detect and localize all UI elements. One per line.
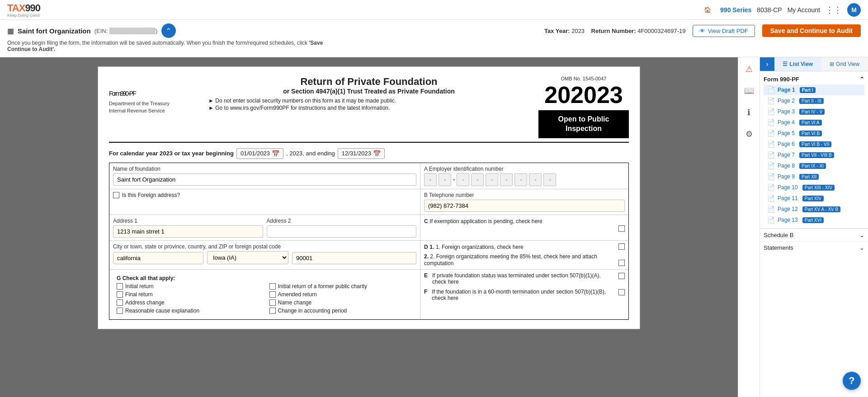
header-description: Once you begin filing the form, the info… [7,40,324,52]
sidebar-page-3[interactable]: 📄 Page 3 Part IV - V [764,106,864,117]
calendar-end-icon[interactable]: 📅 [373,150,381,157]
initial-former-checkbox[interactable] [269,283,276,290]
foreign-addr-checkbox[interactable] [113,192,119,198]
address-change-checkbox[interactable] [117,299,123,306]
doc-icon: 📄 [767,195,775,202]
doc-icon: 📄 [767,216,775,224]
sidebar-page-11[interactable]: 📄 Page 11 Part XIV [764,193,864,204]
apps-icon[interactable]: ⋮⋮ [826,5,842,15]
d2-checkbox[interactable] [618,260,625,266]
accounting-period-checkbox[interactable] [269,308,276,314]
chevron-down-icon: ⌄ [859,232,864,238]
form-header: Form990-PF Department of the Treasury In… [109,76,629,143]
doc-icon: 📄 [767,151,775,159]
doc-icon: 📄 [767,97,775,104]
form-type: 8038-CP [757,6,782,14]
name-input[interactable] [113,173,416,186]
doc-icon: 📄 [767,184,775,191]
book-icon[interactable]: 📖 [741,83,757,99]
table-icon: ▦ [7,27,14,35]
ein-label: (EIN: XX-XXXXXXX) [94,28,158,34]
chevron-up-icon: ⌃ [859,76,864,83]
sidebar-page-10[interactable]: 📄 Page 10 Part XIII - XIV [764,182,864,193]
sidebar-page-13[interactable]: 📄 Page 13 Part XVI [764,215,864,225]
tax-year-info: Tax Year: 2023 Return Number: 4F00003246… [544,28,685,34]
address-row: Address 1 Address 2 C If exemption appli… [109,215,628,241]
city-input[interactable] [113,252,203,264]
foreign-addr-row: Is this Foreign address? B Telephone num… [109,189,628,215]
d1-checkbox[interactable] [618,243,625,250]
nav-arrow-button[interactable]: › [760,57,774,71]
save-audit-button[interactable]: Save and Continue to Audit [762,24,861,37]
calendar-icon[interactable]: 📅 [272,150,279,157]
list-icon: ☰ [783,61,788,67]
warning-icon[interactable]: ⚠ [741,61,757,77]
start-date-input[interactable]: 01/01/2023 📅 [236,148,283,159]
statements-section[interactable]: Statements ⌄ [760,241,868,254]
form-notes: ► Do not enter social security numbers o… [208,98,529,111]
sidebar-page-7[interactable]: 📄 Page 7 Part VII - VIII B [764,149,864,160]
amended-return-checkbox[interactable] [269,291,276,298]
ein-value: XX-XXXXXXX [109,28,156,34]
form-number: Form990-PF [109,76,199,101]
doc-icon: 📄 [767,140,775,148]
e-checkbox[interactable] [618,273,625,279]
info-icon[interactable]: ℹ [741,104,757,121]
sidebar-page-12[interactable]: 📄 Page 12 Part XV A - XV B [764,204,864,215]
c-checkbox[interactable] [618,225,625,232]
doc-icon: 📄 [767,86,775,93]
doc-icon: 📄 [767,162,775,169]
grid-view-button[interactable]: ⊞ Grid View [821,57,868,71]
doc-icon: 📄 [767,130,775,137]
sidebar-page-1[interactable]: 📄 Page 1 Part I [764,84,864,95]
reasonable-cause-checkbox[interactable] [117,308,123,314]
chevron-down-icon: ⌄ [859,244,864,251]
list-view-button[interactable]: ☰ List View [774,57,821,71]
grid-icon: ⊞ [830,61,834,67]
right-sidebar: › ☰ List View ⊞ Grid View Form 990-PF ⌃ … [760,57,868,397]
ein-row: ▪ ▪ - ▪ ▪ ▪ ▪ ▪ ▪ ▪ [424,173,625,186]
sidebar-page-8[interactable]: 📄 Page 8 Part IX - XI [764,160,864,171]
home-icon[interactable]: 🏠 [700,3,715,17]
series-link[interactable]: 990 Series [720,6,751,14]
doc-icon: 📄 [767,119,775,126]
collapse-btn[interactable]: ⌃ [161,23,176,38]
address1-input[interactable] [113,225,263,238]
name-change-checkbox[interactable] [269,299,276,306]
initial-return-checkbox[interactable] [117,283,123,290]
doc-icon: 📄 [767,206,775,213]
phone-input[interactable] [424,200,625,212]
doc-icon: 📄 [767,173,775,180]
sidebar-page-4[interactable]: 📄 Page 4 Part VI A [764,117,864,128]
schedule-b-section[interactable]: Schedule B ⌄ [760,229,868,241]
logo: TAX990 Keep Doing Good [7,2,40,18]
form-section: Form 990-PF ⌃ 📄 Page 1 Part I 📄 Page 2 P… [760,71,868,229]
avatar[interactable]: M [847,3,861,17]
sidebar-page-5[interactable]: 📄 Page 5 Part VI B [764,128,864,139]
sidebar-page-6[interactable]: 📄 Page 6 Part VI B - VII [764,139,864,149]
header-section: ▦ Saint fort Organization (EIN: XX-XXXXX… [0,20,868,57]
view-draft-button[interactable]: 👁 View Draft PDF [693,25,755,37]
doc-icon: 📄 [767,108,775,115]
help-button[interactable]: ? [843,372,861,390]
g-check-row: G Check all that apply: Initial return I… [109,270,628,319]
open-public-text: Open to Public Inspection [538,110,629,138]
form-section-title[interactable]: Form 990-PF ⌃ [764,74,864,84]
org-name: Saint fort Organization [18,27,91,35]
zip-input[interactable] [292,252,416,264]
end-date-input[interactable]: 12/31/2023 📅 [338,148,385,159]
top-nav: TAX990 Keep Doing Good 🏠 990 Series 8038… [0,0,868,20]
f-checkbox[interactable] [618,289,625,295]
form-subtitle: or Section 4947(a)(1) Trust Treated as P… [208,88,529,95]
sidebar-page-2[interactable]: 📄 Page 2 Part II - III [764,95,864,106]
sidebar-page-9[interactable]: 📄 Page 9 Part XII [764,171,864,182]
center-content: Form990-PF Department of the Treasury In… [0,57,738,397]
city-row: City or town, state or province, country… [109,241,628,270]
settings-icon[interactable]: ⚙ [741,126,757,142]
form-paper: Form990-PF Department of the Treasury In… [98,66,640,329]
final-return-checkbox[interactable] [117,291,123,298]
tax-year-row: For calendar year 2023 or tax year begin… [109,148,629,159]
my-account-link[interactable]: My Account [788,6,820,14]
address2-input[interactable] [267,225,417,238]
state-select[interactable]: Iowa (IA) California (CA) Texas (TX) New… [207,251,288,264]
